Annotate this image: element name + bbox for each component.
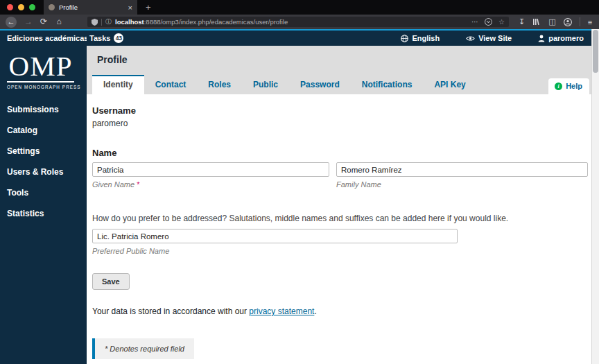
browser-window: Profile × + ← → ⟳ ⌂ ⓘ localhost:8888/omp… <box>0 0 599 364</box>
sidebar-item-statistics[interactable]: Statistics <box>0 203 87 224</box>
family-name-input[interactable] <box>336 162 588 177</box>
library-icon[interactable] <box>532 18 541 26</box>
forward-icon[interactable]: → <box>21 15 36 29</box>
sidebar-item-tools[interactable]: Tools <box>0 182 87 203</box>
browser-titlebar: Profile × + <box>0 0 599 15</box>
back-icon[interactable]: ← <box>6 17 17 28</box>
shield-icon <box>92 19 98 26</box>
profile-tabs: Identity Contact Roles Public Password N… <box>87 75 599 94</box>
close-window-button[interactable] <box>7 4 13 10</box>
eye-icon <box>466 35 475 42</box>
given-name-sublabel: Given Name * <box>92 180 329 189</box>
sidebar-menu: Submissions Catalog Settings Users & Rol… <box>0 99 87 224</box>
tab-identity[interactable]: Identity <box>92 75 144 94</box>
view-site-label: View Site <box>478 34 512 42</box>
page-scrollbar[interactable] <box>591 29 599 364</box>
tab-roles[interactable]: Roles <box>197 75 242 94</box>
name-label: Name <box>92 148 588 158</box>
omp-logo-text: OMP <box>7 51 74 83</box>
hamburger-menu-icon[interactable]: ≡ <box>588 18 592 26</box>
preferred-public-name-input[interactable] <box>92 229 458 243</box>
browser-toolbar: ← → ⟳ ⌂ ⓘ localhost:8888/omp3/index.php/… <box>0 15 599 29</box>
url-bar[interactable]: ⓘ localhost:8888/omp3/index.php/edacadem… <box>87 17 509 27</box>
username-value: paromero <box>92 119 588 128</box>
tab-title: Profile <box>59 3 124 11</box>
view-site-link[interactable]: View Site <box>466 34 512 42</box>
browser-tab[interactable]: Profile × <box>44 0 137 15</box>
sidebar: OMP OPEN MONOGRAPH PRESS Submissions Cat… <box>0 46 87 364</box>
sidebar-toggle-icon[interactable]: ◫ <box>548 17 555 26</box>
tab-contact[interactable]: Contact <box>144 75 198 94</box>
scrollbar-thumb[interactable] <box>593 30 598 73</box>
required-asterisk: * <box>137 180 139 189</box>
site-info-icon[interactable]: ⓘ <box>105 17 112 26</box>
press-name: Ediciones académicas <box>0 34 87 42</box>
sidebar-item-settings[interactable]: Settings <box>0 141 87 162</box>
language-menu[interactable]: English <box>401 34 440 42</box>
page-title: Profile <box>87 54 599 75</box>
toolbar-divider <box>580 17 580 26</box>
tasks-count-badge: 43 <box>114 33 123 43</box>
identity-form: Username paromero Name Given Name * <box>87 94 599 364</box>
username-label: Username <box>92 105 588 116</box>
reload-icon[interactable]: ⟳ <box>36 15 51 29</box>
preferred-name-hint: How do you prefer to be addressed? Salut… <box>92 214 588 223</box>
app-topbar: Ediciones académicas Tasks 43 English Vi… <box>0 31 599 46</box>
help-icon: i <box>555 83 562 90</box>
window-controls <box>0 4 44 10</box>
page-actions-icon[interactable]: ⋯ <box>471 18 478 26</box>
person-icon <box>538 35 545 42</box>
required-field-note: * Denotes required field <box>92 338 194 359</box>
url-path: :8888/omp3/index.php/edacademicas/user/p… <box>144 18 288 26</box>
tab-notifications[interactable]: Notifications <box>351 75 424 94</box>
omp-logo-subtext: OPEN MONOGRAPH PRESS <box>7 85 74 89</box>
pocket-icon[interactable] <box>485 18 492 26</box>
sidebar-item-catalog[interactable]: Catalog <box>0 120 87 141</box>
privacy-notice: Your data is stored in accordance with o… <box>92 306 588 316</box>
sidebar-item-users-roles[interactable]: Users & Roles <box>0 162 87 182</box>
username-group: Username paromero <box>92 105 588 128</box>
username-label: paromero <box>548 34 584 42</box>
globe-icon <box>401 35 408 42</box>
tab-password[interactable]: Password <box>289 75 351 94</box>
page-header: Profile Identity Contact Roles Public Pa… <box>87 46 599 94</box>
save-button[interactable]: Save <box>92 273 130 290</box>
account-icon[interactable] <box>564 18 572 26</box>
preferred-name-sublabel: Preferred Public Name <box>92 247 458 255</box>
help-label: Help <box>566 82 582 90</box>
url-host: localhost <box>115 18 144 26</box>
help-button[interactable]: i Help <box>548 78 589 94</box>
family-name-sublabel: Family Name <box>336 180 588 189</box>
urlbar-divider <box>101 19 102 26</box>
given-name-input[interactable] <box>92 162 329 177</box>
language-label: English <box>412 34 440 42</box>
url-text: localhost:8888/omp3/index.php/edacademic… <box>115 18 468 26</box>
tasks-label: Tasks <box>89 34 110 42</box>
tab-api-key[interactable]: API Key <box>423 75 476 94</box>
bookmark-star-icon[interactable]: ☆ <box>498 18 505 26</box>
downloads-icon[interactable]: ↧ <box>519 17 525 26</box>
omp-logo: OMP OPEN MONOGRAPH PRESS <box>7 51 74 89</box>
name-group: Name Given Name * Family Name <box>92 148 588 189</box>
tab-public[interactable]: Public <box>242 75 289 94</box>
tab-favicon-icon <box>49 4 55 10</box>
minimize-window-button[interactable] <box>18 4 24 10</box>
privacy-statement-link[interactable]: privacy statement <box>249 306 314 316</box>
tasks-button[interactable]: Tasks 43 <box>89 33 123 43</box>
user-menu[interactable]: paromero <box>538 34 584 42</box>
zoom-window-button[interactable] <box>29 4 35 10</box>
home-icon[interactable]: ⌂ <box>51 15 67 29</box>
new-tab-button[interactable]: + <box>146 2 151 12</box>
tab-close-icon[interactable]: × <box>128 3 132 12</box>
sidebar-item-submissions[interactable]: Submissions <box>0 99 87 120</box>
